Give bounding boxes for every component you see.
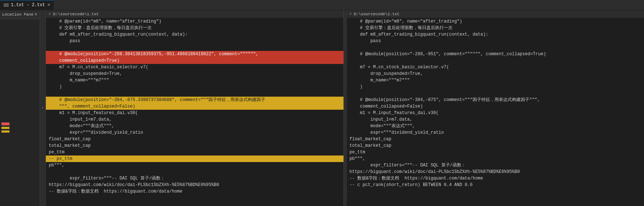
- code-line: ): [347, 84, 644, 90]
- panel-divider[interactable]: [344, 10, 347, 206]
- code-line: # 交易引擎：盘后处理面数，每日盘后执行一次: [46, 25, 343, 31]
- code-line: m_name="""m7""": [347, 77, 644, 84]
- code-line: -- 数据&字段：数据文档 https://bigquant.com/data/…: [347, 175, 644, 182]
- tab-1txt-2txt[interactable]: 1.txt - 2.txt ×: [0, 0, 54, 10]
- marker-red-bar: [1, 122, 9, 125]
- code-line: pass: [347, 38, 644, 44]
- editor-header-2: ≡ D:\sourcecode\2.txt: [347, 10, 644, 18]
- editor-content-2[interactable]: # @param(id="m8", name="after_trading") …: [347, 18, 644, 206]
- code-line: total_market_cap: [46, 142, 343, 149]
- code-line: m1 = M.input_features_dai.v30(: [347, 110, 644, 116]
- tab-bar: 1.txt - 2.txt ×: [0, 0, 644, 10]
- code-line: [46, 169, 343, 175]
- editor-menu-icon-2: ≡: [350, 12, 352, 16]
- code-line: pe_ttm: [347, 149, 644, 155]
- code-line: https://bigquant.com/wiki/doc/dai-PLSbc1…: [46, 182, 343, 188]
- editor-header-1: ≡ D:\sourcecode\1.txt: [46, 10, 343, 18]
- code-line: [46, 44, 343, 51]
- code-line: -- c pct_rank(short_return) BETWEEN 0.4 …: [347, 182, 644, 188]
- code-line: [347, 90, 644, 97]
- code-line: https://bigquant.com/wiki/doc/dai-PLSbc1…: [347, 169, 644, 175]
- code-line: expr_filters="""-- DAI SQL 算子/函数：: [347, 162, 644, 169]
- main-area: Location Pane × ‹: [0, 10, 644, 206]
- code-line: total_market_cap: [347, 142, 644, 149]
- code-line: -- ps_ttm: [46, 155, 343, 162]
- marker-yellow-2: [1, 130, 38, 133]
- code-line: m7 = M.cn_stock_basic_selector.v7(: [46, 64, 343, 70]
- code-line: [347, 44, 644, 51]
- editor-filepath-2: D:\sourcecode\2.txt: [354, 12, 399, 16]
- code-line: [347, 57, 644, 64]
- code-line: """, comment_collapsed=False): [46, 103, 343, 110]
- code-line: expr_filters="""-- DAI SQL 算子/函数：: [46, 175, 343, 182]
- code-line: # @module(position="-384,-875.3380737304…: [46, 97, 343, 103]
- code-line: pb""",: [46, 162, 343, 169]
- code-line: # @module(position="-288,-951", comment=…: [347, 51, 644, 57]
- code-line: pb""",: [347, 155, 644, 162]
- code-line: m7 = M.cn_stock_basic_selector.v7(: [347, 64, 644, 70]
- editor-content-1[interactable]: # @param(id="m8", name="after_trading") …: [46, 18, 343, 206]
- collapse-icon: ‹: [41, 106, 44, 110]
- editor-menu-icon-1: ≡: [49, 12, 51, 16]
- code-line: mode="""表达式""",: [46, 123, 343, 129]
- code-line: input_1=m7.data,: [347, 116, 644, 123]
- code-line: def m8_after_trading_bigquant_run(contex…: [46, 31, 343, 38]
- location-pane: Location Pane ×: [0, 10, 40, 206]
- code-line: # @param(id="m8", name="after_trading"): [347, 18, 644, 25]
- editor-filepath-1: D:\sourcecode\1.txt: [53, 12, 99, 16]
- code-line: input_1=m7.data,: [46, 116, 343, 123]
- code-line: drop_suspended=True,: [46, 70, 343, 77]
- code-line: # @param(id="m8", name="after_trading"): [46, 18, 343, 25]
- code-line: [46, 90, 343, 97]
- code-line: mode="""表达式""",: [347, 123, 644, 129]
- code-line: -- 数据&字段：数据文档 https://bigquant.com/data/…: [46, 188, 343, 195]
- tab-label: 1.txt - 2.txt: [11, 3, 45, 8]
- marker-yellow-bar-1: [1, 127, 9, 129]
- code-line: expr="""dividend_yield_ratio: [46, 129, 343, 136]
- collapse-button[interactable]: ‹: [40, 10, 46, 206]
- code-line: ): [46, 84, 343, 90]
- code-line: drop_suspended=True,: [347, 70, 644, 77]
- code-line: pass: [46, 38, 343, 44]
- code-line: pe_ttm: [46, 149, 343, 155]
- location-markers: [0, 121, 40, 134]
- code-line: float_market_cap: [347, 136, 644, 142]
- code-line: float_market_cap: [46, 136, 343, 142]
- location-pane-header: Location Pane ×: [0, 10, 40, 19]
- code-line: m_name="""m7""": [46, 77, 343, 84]
- code-line: # @module(position="-288.30413818359375,…: [46, 51, 343, 57]
- tab-close-icon[interactable]: ×: [47, 2, 50, 8]
- location-pane-label: Location Pane: [2, 12, 33, 17]
- tab-icon: [4, 3, 9, 7]
- editor-panels: ≡ D:\sourcecode\1.txt # @param(id="m8", …: [46, 10, 644, 206]
- marker-red: [1, 122, 38, 125]
- code-line: comment_collapsed=True): [46, 57, 343, 64]
- app-container: 1.txt - 2.txt × Location Pane ×: [0, 0, 644, 206]
- marker-yellow-bar-2: [1, 130, 9, 133]
- editor-panel-1: ≡ D:\sourcecode\1.txt # @param(id="m8", …: [46, 10, 344, 206]
- code-line: expr="""dividend_yield_ratio: [347, 129, 644, 136]
- code-line: # 交易引擎：盘后处理面数，每日盘后执行一次: [347, 25, 644, 31]
- code-line: comment_collapsed=False): [347, 103, 644, 110]
- location-pane-close-icon[interactable]: ×: [35, 12, 37, 17]
- marker-yellow-1: [1, 126, 38, 129]
- code-line: m1 = M.input_features_dai.v30(: [46, 110, 343, 116]
- code-line: def m8_after_trading_bigquant_run(contex…: [347, 31, 644, 38]
- code-line: # @module(position="-384,-875", comment=…: [347, 97, 644, 103]
- editor-panel-2: ≡ D:\sourcecode\2.txt # @param(id="m8", …: [347, 10, 644, 206]
